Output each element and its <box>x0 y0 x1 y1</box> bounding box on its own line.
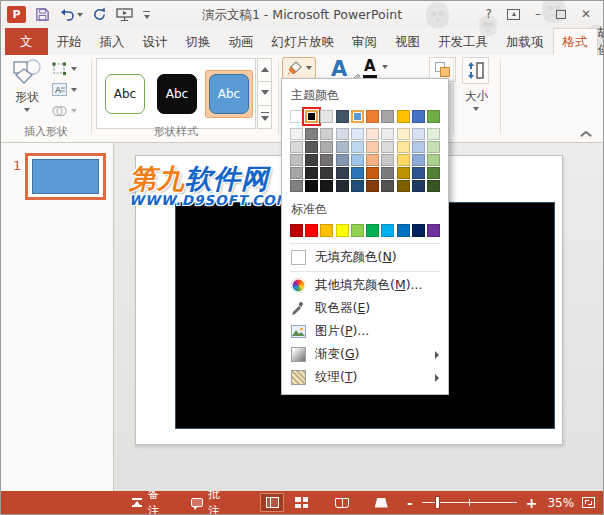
color-swatch-8497B0[interactable] <box>336 154 349 166</box>
redo-icon[interactable] <box>92 7 107 22</box>
color-swatch-D9E2F3[interactable] <box>412 128 425 140</box>
color-swatch-8EAADB[interactable] <box>412 154 425 166</box>
start-slideshow-icon[interactable] <box>116 8 133 22</box>
help-button[interactable]: ? <box>486 1 492 28</box>
tab-开发工具[interactable]: 开发工具 <box>429 28 497 55</box>
color-swatch-C55A11[interactable] <box>366 167 379 179</box>
color-swatch-ACB9CA[interactable] <box>336 141 349 153</box>
color-swatch-2F5496[interactable] <box>412 167 425 179</box>
undo-dropdown-caret[interactable] <box>77 13 83 17</box>
gallery-scroll-down-button[interactable] <box>257 82 272 105</box>
shapes-button[interactable]: 形状 <box>6 59 48 123</box>
color-swatch-00B050[interactable] <box>366 224 379 237</box>
color-swatch-70AD47[interactable] <box>427 110 440 123</box>
color-swatch-7F6000[interactable] <box>397 180 410 192</box>
shape-style-chip-1[interactable]: Abc <box>102 71 148 117</box>
menu-item-no-fill[interactable]: 无填充颜色(N) <box>290 246 440 269</box>
shape-style-chip-3[interactable]: Abc <box>206 71 252 117</box>
color-swatch-BDD7EE[interactable] <box>351 141 364 153</box>
customize-qat-icon[interactable] <box>142 10 152 20</box>
color-swatch-44546A[interactable] <box>336 110 349 123</box>
color-swatch-B4C7E7[interactable] <box>412 141 425 153</box>
color-swatch-375623[interactable] <box>427 180 440 192</box>
save-icon[interactable] <box>35 7 50 22</box>
color-swatch-A5A5A5[interactable] <box>381 110 394 123</box>
tab-插入[interactable]: 插入 <box>91 28 134 55</box>
color-swatch-E7E6E6[interactable] <box>320 110 333 123</box>
color-swatch-BFBFBF[interactable] <box>290 154 303 166</box>
zoom-level[interactable]: 35% <box>540 496 574 510</box>
color-swatch-843C0C[interactable] <box>366 180 379 192</box>
color-swatch-7030A0[interactable] <box>427 224 440 237</box>
tab-开始[interactable]: 开始 <box>48 28 91 55</box>
color-swatch-5B9BD5[interactable] <box>351 110 364 123</box>
color-swatch-00B0F0[interactable] <box>381 224 394 237</box>
text-box-button[interactable]: A <box>52 82 77 97</box>
edit-shape-button[interactable] <box>52 61 77 76</box>
color-swatch-525252[interactable] <box>381 180 394 192</box>
user-account[interactable]: 胡俊 <box>598 28 604 55</box>
shape-style-chip-2[interactable]: Abc <box>154 71 200 117</box>
color-swatch-D0CECE[interactable] <box>320 128 333 140</box>
tab-幻灯片放映[interactable]: 幻灯片放映 <box>263 28 344 55</box>
color-swatch-222A35[interactable] <box>336 180 349 192</box>
color-swatch-7B7B7B[interactable] <box>381 167 394 179</box>
gallery-more-button[interactable] <box>257 106 272 129</box>
color-swatch-A9D18E[interactable] <box>427 154 440 166</box>
text-fill-button[interactable]: A <box>363 59 388 78</box>
zoom-in-button[interactable]: + <box>523 493 541 513</box>
color-swatch-548235[interactable] <box>427 167 440 179</box>
close-button[interactable]: ✕ <box>581 1 591 28</box>
color-swatch-FFFFFF[interactable] <box>290 110 303 123</box>
color-swatch-262626[interactable] <box>305 167 318 179</box>
color-swatch-C00000[interactable] <box>290 224 303 237</box>
menu-item-eyedropper[interactable]: 取色器(E) <box>290 297 440 320</box>
color-swatch-404040[interactable] <box>305 154 318 166</box>
tab-视图[interactable]: 视图 <box>386 28 429 55</box>
color-swatch-ED7D31[interactable] <box>366 110 379 123</box>
color-swatch-C6E0B4[interactable] <box>427 141 440 153</box>
zoom-slider-thumb[interactable] <box>435 496 440 509</box>
color-swatch-A6A6A6[interactable] <box>290 167 303 179</box>
reading-view-button[interactable] <box>330 493 354 512</box>
undo-button[interactable] <box>59 8 83 22</box>
menu-item-texture[interactable]: 纹理(T) <box>290 366 440 389</box>
tab-切换[interactable]: 切换 <box>177 28 220 55</box>
gallery-scroll-up-button[interactable] <box>257 58 272 82</box>
color-swatch-333F50[interactable] <box>336 167 349 179</box>
shape-fill-button[interactable] <box>282 57 316 79</box>
menu-item-picture[interactable]: 图片(P)... <box>290 320 440 343</box>
maximize-button[interactable] <box>556 10 566 19</box>
comments-toggle-button[interactable]: 批注 <box>187 491 236 514</box>
color-swatch-FFC000[interactable] <box>397 110 410 123</box>
collapse-ribbon-button[interactable] <box>580 128 590 135</box>
color-swatch-EDEDED[interactable] <box>381 128 394 140</box>
color-swatch-767171[interactable] <box>320 154 333 166</box>
tab-审阅[interactable]: 审阅 <box>343 28 386 55</box>
menu-item-gradient[interactable]: 渐变(G) <box>290 343 440 366</box>
powerpoint-app-icon[interactable]: P <box>7 6 26 23</box>
color-swatch-D9D9D9[interactable] <box>290 141 303 153</box>
size-group-caret[interactable] <box>473 107 479 111</box>
color-swatch-000000[interactable] <box>305 110 318 123</box>
color-swatch-181717[interactable] <box>320 180 333 192</box>
slide-sorter-view-button[interactable] <box>290 493 314 512</box>
color-swatch-AEABAB[interactable] <box>320 141 333 153</box>
color-swatch-92D050[interactable] <box>351 224 364 237</box>
tab-动画[interactable]: 动画 <box>220 28 263 55</box>
color-swatch-F4B183[interactable] <box>366 154 379 166</box>
color-swatch-FF0000[interactable] <box>305 224 318 237</box>
color-swatch-FBE5D6[interactable] <box>366 128 379 140</box>
zoom-out-button[interactable]: - <box>404 493 416 513</box>
text-fill-caret[interactable] <box>382 65 388 69</box>
color-swatch-9DC3E6[interactable] <box>351 154 364 166</box>
color-swatch-BF9000[interactable] <box>397 167 410 179</box>
color-swatch-F2F2F2[interactable] <box>290 128 303 140</box>
slide-thumbnail[interactable] <box>25 153 106 200</box>
tab-格式[interactable]: 格式 <box>553 28 598 55</box>
color-swatch-F8CBAD[interactable] <box>366 141 379 153</box>
color-swatch-FFE699[interactable] <box>397 141 410 153</box>
color-swatch-808080[interactable] <box>290 180 303 192</box>
fit-slide-to-window-button[interactable] <box>582 497 595 508</box>
color-swatch-D6DCE5[interactable] <box>336 128 349 140</box>
